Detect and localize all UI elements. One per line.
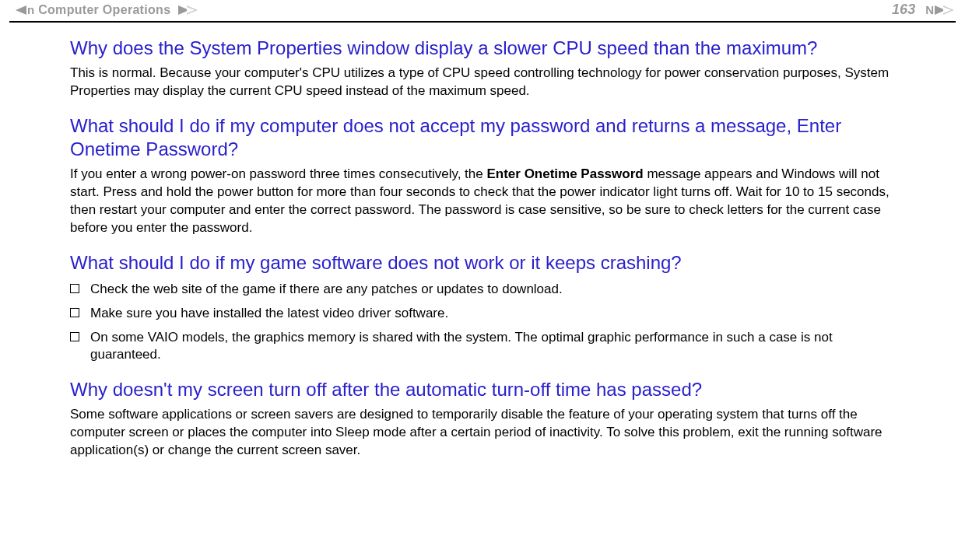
faq-body-2-pre: If you enter a wrong power-on password t… [70, 166, 486, 181]
triangle-right-outline-icon [187, 5, 198, 15]
content-area: Why does the System Properties window di… [0, 23, 965, 472]
faq-body-1: This is normal. Because your computer's … [70, 65, 895, 100]
faq-body-4: Some software applications or screen sav… [70, 406, 895, 460]
triangle-right-outline2-icon [943, 5, 954, 15]
header-left: n Computer Operations [11, 3, 198, 17]
faq-heading-1: Why does the System Properties window di… [70, 37, 895, 60]
triangle-left-icon [16, 5, 26, 15]
header-right: 163 N [892, 2, 954, 18]
list-item: On some VAIO models, the graphics memory… [70, 329, 895, 365]
nav-arrows-right[interactable]: N [925, 3, 954, 16]
faq-heading-4: Why doesn't my screen turn off after the… [70, 378, 895, 401]
faq-body-2: If you enter a wrong power-on password t… [70, 166, 895, 237]
checkbox-bullet-icon [70, 308, 79, 317]
list-item: Make sure you have installed the latest … [70, 305, 895, 323]
nav-n-right: N [925, 3, 934, 16]
list-item-text: Check the web site of the game if there … [90, 281, 563, 299]
list-item: Check the web site of the game if there … [70, 281, 895, 299]
breadcrumb[interactable]: Computer Operations [38, 3, 170, 17]
checkbox-bullet-icon [70, 332, 79, 341]
checkbox-bullet-icon [70, 284, 79, 293]
nav-n-left: n [27, 3, 34, 16]
nav-arrows-left[interactable]: n [16, 3, 35, 16]
nav-arrows-after-crumb[interactable] [178, 5, 198, 15]
page-number: 163 [892, 2, 915, 18]
faq-body-2-bold: Enter Onetime Password [486, 166, 643, 181]
faq-heading-2: What should I do if my computer does not… [70, 114, 895, 161]
list-item-text: Make sure you have installed the latest … [90, 305, 448, 323]
page-header: n Computer Operations 163 N [0, 0, 965, 21]
faq-list-3: Check the web site of the game if there … [70, 281, 895, 365]
list-item-text: On some VAIO models, the graphics memory… [90, 329, 895, 365]
faq-heading-3: What should I do if my game software doe… [70, 251, 895, 275]
